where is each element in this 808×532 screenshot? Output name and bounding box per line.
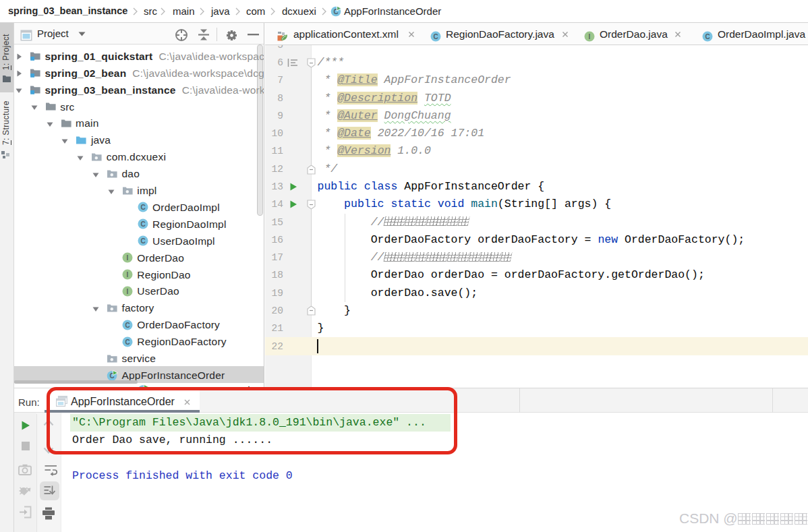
svg-text:I: I bbox=[589, 33, 591, 40]
svg-text:C: C bbox=[140, 237, 145, 245]
svg-text:C: C bbox=[140, 204, 145, 211]
svg-text:C: C bbox=[125, 322, 129, 329]
svg-text:I: I bbox=[126, 271, 128, 278]
svg-text:I: I bbox=[126, 254, 128, 262]
svg-text:C: C bbox=[140, 220, 145, 228]
svg-text:C: C bbox=[125, 338, 129, 345]
svg-text:I: I bbox=[126, 288, 128, 295]
svg-text:C: C bbox=[433, 33, 438, 40]
svg-text:C: C bbox=[705, 33, 710, 40]
